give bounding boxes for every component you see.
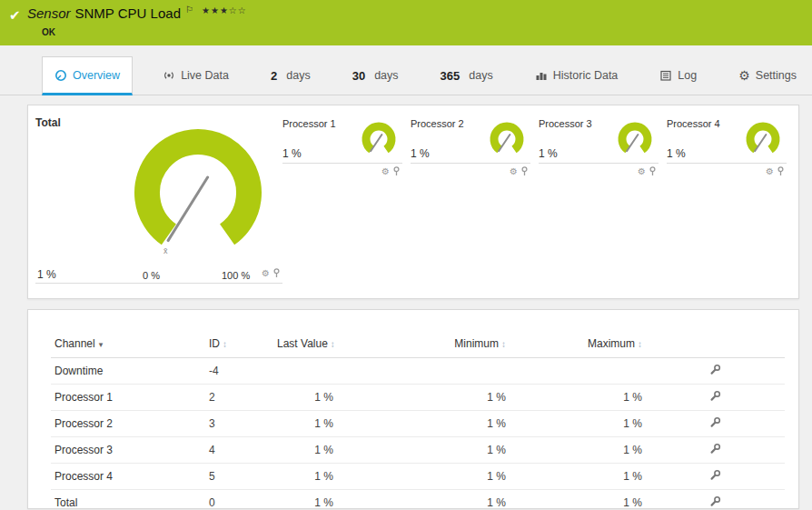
channel-gear-icon[interactable]: ⚙ — [766, 166, 774, 176]
tab-label: Live Data — [181, 69, 229, 82]
column-label: Maximum — [588, 337, 635, 350]
tab-label: days — [374, 69, 398, 82]
minimum-value: 1 % — [337, 464, 510, 490]
gauge-value: 1 % — [411, 147, 430, 160]
last-value: 1 % — [273, 490, 337, 510]
last-value: 1 % — [273, 464, 337, 490]
tab-label: days — [469, 69, 492, 82]
tab-365-days[interactable]: 365 days — [429, 56, 505, 95]
column-header-channel[interactable]: Channel▾ — [51, 332, 205, 358]
table-row: Processor 4 5 1 % 1 % 1 % — [51, 464, 785, 490]
pin-icon[interactable] — [777, 166, 785, 176]
channel-gear-icon[interactable]: ⚙ — [381, 166, 390, 176]
column-label: Channel — [54, 337, 95, 350]
tab-label: Historic Data — [553, 69, 619, 82]
tab-overview[interactable]: Overview — [42, 56, 133, 95]
channel-settings-wrench-icon[interactable] — [709, 443, 721, 457]
tab-label: Settings — [756, 69, 797, 82]
column-header-id[interactable]: ID↕ — [205, 332, 273, 358]
processor-1-gauge-block: Processor 1 1 % ⚙ — [282, 118, 402, 164]
channel-settings-wrench-icon[interactable] — [709, 390, 721, 405]
processor-gauge — [613, 121, 657, 161]
channel-gear-icon[interactable]: ⚙ — [262, 268, 270, 278]
pause-flag-icon[interactable]: ⚐ — [185, 5, 193, 15]
tab-label: Log — [678, 69, 697, 82]
sort-desc-icon: ▾ — [99, 340, 104, 349]
maximum-value — [510, 358, 646, 385]
column-label: Minimum — [454, 337, 499, 350]
column-header-maximum[interactable]: Maximum↕ — [510, 332, 646, 358]
sensor-header: ✔ Sensor SNMP CPU Load ⚐ ★★★☆☆ OK — [0, 0, 812, 45]
tab-live-data[interactable]: Live Data — [151, 56, 241, 95]
channel-name: Processor 4 — [51, 464, 205, 490]
tab-number: 365 — [441, 69, 460, 83]
channel-id: 5 — [205, 464, 273, 490]
total-gauge-block: Total x̄ 1 % 0 % 100 % ⚙ — [35, 116, 282, 284]
column-header-last-value[interactable]: Last Value↕ — [273, 332, 337, 358]
tab-30-days[interactable]: 30 days — [341, 56, 411, 95]
tab-label: Overview — [73, 69, 120, 82]
processor-3-gauge-block: Processor 3 1 % ⚙ — [539, 118, 659, 164]
channels-table: Channel▾ ID↕ Last Value↕ Minimum↕ Maximu… — [51, 332, 785, 509]
column-label: Last Value — [277, 337, 328, 350]
processor-gauge — [357, 121, 401, 161]
channel-id: 3 — [205, 411, 273, 437]
average-marker: x̄ — [163, 246, 168, 255]
tab-historic-data[interactable]: Historic Data — [523, 56, 630, 95]
pin-icon[interactable] — [649, 166, 657, 176]
tab-bar: Overview Live Data 2 days 30 days 365 da… — [0, 56, 812, 95]
channel-id: 0 — [205, 490, 273, 510]
log-list-icon — [659, 69, 672, 82]
bar-chart-icon — [535, 69, 548, 82]
last-value: 1 % — [273, 385, 337, 411]
maximum-value: 1 % — [510, 411, 646, 437]
processor-gauge — [485, 121, 529, 161]
sort-icon: ↕ — [501, 339, 506, 349]
channel-settings-wrench-icon[interactable] — [709, 364, 721, 378]
table-row: Total 0 1 % 1 % 1 % — [51, 490, 785, 510]
minimum-value: 1 % — [337, 411, 510, 437]
tab-settings[interactable]: ⚙ Settings — [727, 56, 808, 95]
tab-number: 2 — [271, 69, 277, 83]
channel-settings-wrench-icon[interactable] — [709, 495, 721, 509]
processor-4-gauge-block: Processor 4 1 % ⚙ — [667, 118, 787, 164]
tab-log[interactable]: Log — [648, 56, 708, 95]
sensor-title: SNMP CPU Load — [75, 5, 181, 21]
gauge-min-label: 0 % — [143, 270, 160, 281]
processor-gauge — [741, 121, 785, 161]
table-row: Processor 3 4 1 % 1 % 1 % — [51, 437, 785, 464]
last-value: 1 % — [273, 411, 337, 437]
maximum-value: 1 % — [510, 490, 646, 510]
gauge-icon — [54, 69, 67, 82]
channel-name: Total — [51, 490, 205, 510]
status-check-icon: ✔ — [9, 7, 21, 24]
pin-icon[interactable] — [272, 268, 281, 278]
minimum-value: 1 % — [337, 385, 510, 411]
sort-icon: ↕ — [223, 339, 227, 349]
tab-2-days[interactable]: 2 days — [259, 56, 322, 95]
gauge-value: 1 % — [37, 268, 56, 281]
priority-stars[interactable]: ★★★☆☆ — [202, 5, 247, 15]
maximum-value: 1 % — [510, 385, 646, 411]
channel-settings-wrench-icon[interactable] — [709, 416, 721, 431]
channel-gear-icon[interactable]: ⚙ — [510, 166, 518, 176]
channel-name: Downtime — [51, 358, 205, 385]
processor-gauges: Processor 1 1 % ⚙ Processor 2 1 % — [282, 118, 787, 291]
channel-id: 4 — [205, 437, 273, 464]
minimum-value: 1 % — [337, 437, 510, 464]
gauge-value: 1 % — [667, 147, 686, 160]
column-label: ID — [209, 337, 220, 350]
sort-icon: ↕ — [638, 339, 642, 349]
column-header-minimum[interactable]: Minimum↕ — [337, 332, 510, 358]
object-kind-label: Sensor — [27, 5, 71, 21]
pin-icon[interactable] — [392, 166, 401, 176]
pin-icon[interactable] — [520, 166, 529, 176]
column-header-actions — [646, 332, 785, 358]
table-row: Processor 1 2 1 % 1 % 1 % — [51, 385, 785, 411]
gauge-value: 1 % — [282, 147, 302, 160]
channel-settings-wrench-icon[interactable] — [709, 469, 721, 484]
channel-gear-icon[interactable]: ⚙ — [638, 166, 646, 176]
gauges-panel: Total x̄ 1 % 0 % 100 % ⚙ Processor 1 1 % — [27, 105, 799, 299]
broadcast-icon — [163, 69, 175, 82]
table-row: Downtime -4 — [51, 358, 785, 385]
